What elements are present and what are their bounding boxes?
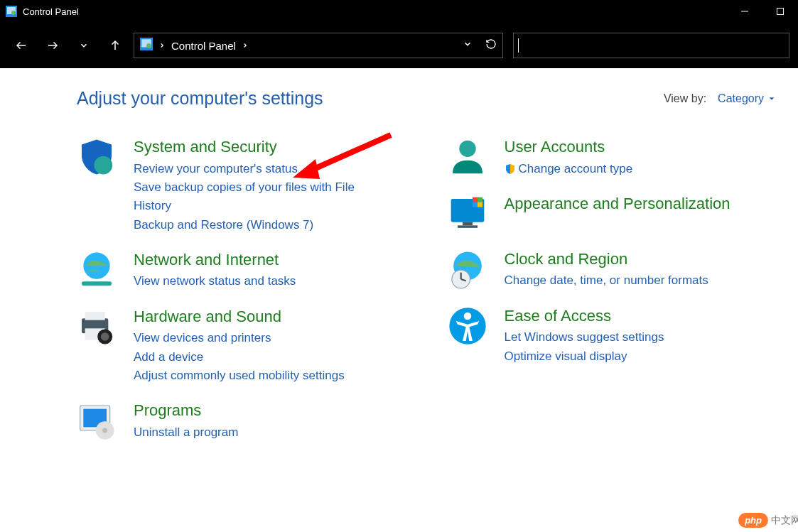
programs-icon <box>77 401 117 440</box>
dropdown-caret-icon <box>768 95 775 102</box>
recent-dropdown[interactable] <box>71 33 97 58</box>
svg-rect-14 <box>82 281 112 286</box>
search-input[interactable] <box>519 40 789 51</box>
category-user-accounts: User Accounts Change account type <box>448 137 776 178</box>
titlebar: Control Panel <box>0 0 798 23</box>
category-link[interactable]: View devices and printers <box>134 329 345 347</box>
svg-point-2 <box>11 11 16 15</box>
globe-icon <box>77 250 117 290</box>
chevron-down-icon[interactable] <box>463 39 473 52</box>
viewby-label: View by: <box>664 92 706 105</box>
user-icon <box>448 137 487 177</box>
control-panel-icon <box>6 6 17 17</box>
category-link[interactable]: Adjust commonly used mobility settings <box>134 367 345 385</box>
content-area: Adjust your computer's settings View by:… <box>0 68 798 472</box>
svg-rect-29 <box>478 197 482 202</box>
category-link[interactable]: Change account type <box>505 160 633 178</box>
watermark: php 中文网 <box>738 513 798 528</box>
page-title: Adjust your computer's settings <box>77 88 323 109</box>
svg-rect-26 <box>463 222 473 226</box>
category-clock-region: Clock and Region Change date, time, or n… <box>448 249 776 291</box>
svg-point-23 <box>102 428 107 433</box>
svg-point-13 <box>83 252 109 278</box>
category-title[interactable]: Hardware and Sound <box>134 307 345 327</box>
svg-point-10 <box>146 43 151 48</box>
svg-point-19 <box>101 332 109 341</box>
category-title[interactable]: Network and Internet <box>134 250 296 270</box>
categories-col-1: System and Security Review your computer… <box>77 137 405 457</box>
forward-button[interactable] <box>40 33 65 58</box>
control-panel-addr-icon <box>140 38 153 53</box>
accessibility-icon <box>448 306 487 346</box>
breadcrumb-item[interactable]: Control Panel <box>171 40 236 52</box>
search-bar[interactable] <box>513 33 789 58</box>
category-title[interactable]: Programs <box>134 401 238 420</box>
watermark-pill: php <box>738 513 768 528</box>
category-link[interactable]: Uninstall a program <box>134 423 238 442</box>
category-link[interactable]: Add a device <box>134 348 345 367</box>
address-bar[interactable]: Control Panel <box>134 33 503 58</box>
category-link[interactable]: Review your computer's status <box>134 160 389 178</box>
category-title[interactable]: Ease of Access <box>505 306 664 326</box>
back-button[interactable] <box>9 33 34 58</box>
category-appearance: Appearance and Personalization <box>448 194 776 234</box>
category-network: Network and Internet View network status… <box>77 250 405 291</box>
toolbar: Control Panel <box>0 23 798 68</box>
category-link-label: Change account type <box>519 160 633 178</box>
svg-point-12 <box>95 156 113 175</box>
svg-rect-28 <box>473 197 478 202</box>
category-link[interactable]: Let Windows suggest settings <box>505 328 664 347</box>
category-link[interactable]: View network status and tasks <box>134 272 296 291</box>
category-title[interactable]: Appearance and Personalization <box>505 194 730 214</box>
monitor-icon <box>448 194 487 234</box>
svg-rect-30 <box>473 202 478 207</box>
uac-shield-icon <box>505 163 516 175</box>
minimize-button[interactable] <box>727 0 762 23</box>
svg-rect-31 <box>478 202 482 207</box>
window-title: Control Panel <box>23 6 79 17</box>
category-programs: Programs Uninstall a program <box>77 401 405 442</box>
svg-rect-4 <box>777 9 784 15</box>
printer-icon <box>77 307 117 347</box>
svg-rect-27 <box>458 225 478 228</box>
category-hardware: Hardware and Sound View devices and prin… <box>77 307 405 386</box>
category-link[interactable]: Change date, time, or number formats <box>505 271 708 290</box>
svg-marker-11 <box>770 97 775 99</box>
watermark-text: 中文网 <box>771 514 798 527</box>
window-controls <box>727 0 798 23</box>
clock-globe-icon <box>448 249 487 289</box>
category-link[interactable]: Save backup copies of your files with Fi… <box>134 178 389 216</box>
viewby-control[interactable]: View by: Category <box>664 92 775 105</box>
shield-icon <box>77 137 117 177</box>
maximize-button[interactable] <box>762 0 798 23</box>
category-ease-of-access: Ease of Access Let Windows suggest setti… <box>448 306 776 366</box>
category-title[interactable]: Clock and Region <box>505 249 708 269</box>
svg-point-24 <box>459 141 475 157</box>
svg-rect-16 <box>85 312 105 320</box>
category-title[interactable]: System and Security <box>134 137 389 157</box>
refresh-button[interactable] <box>485 38 497 53</box>
viewby-value: Category <box>718 92 764 105</box>
chevron-right-icon <box>158 39 166 52</box>
category-link[interactable]: Backup and Restore (Windows 7) <box>134 216 389 234</box>
up-button[interactable] <box>102 33 128 58</box>
svg-point-37 <box>463 312 471 320</box>
chevron-right-icon <box>242 39 249 52</box>
category-title[interactable]: User Accounts <box>505 137 633 157</box>
category-link[interactable]: Optimize visual display <box>505 347 664 366</box>
category-system-security: System and Security Review your computer… <box>77 137 405 234</box>
categories-col-2: User Accounts Change account type Appear… <box>448 137 776 457</box>
